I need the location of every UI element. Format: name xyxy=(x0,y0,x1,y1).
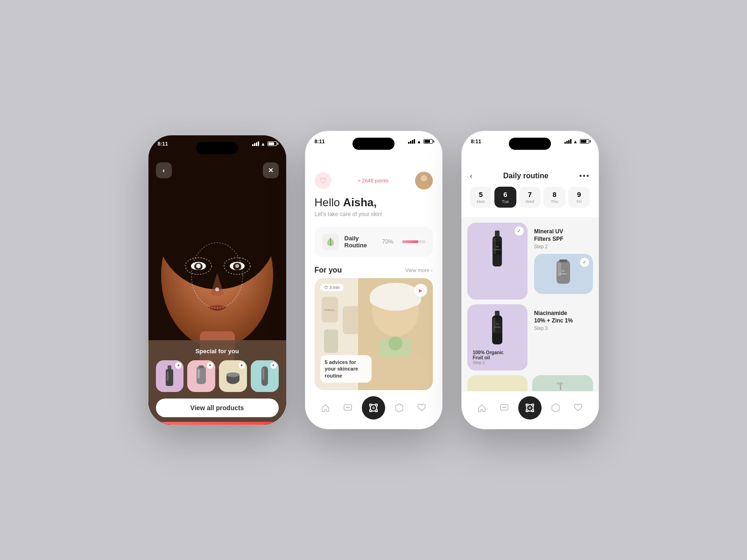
serum-bottle-icon xyxy=(161,364,178,388)
check-badge-1: ✓ xyxy=(514,226,524,236)
status-icons-left: ▲ xyxy=(252,141,277,147)
routine-icon-wrap xyxy=(322,233,339,250)
view-more-link[interactable]: View more › xyxy=(405,267,432,273)
more-options-button[interactable]: ••• xyxy=(579,172,590,180)
avatar[interactable] xyxy=(415,172,433,189)
points-badge: + 2648 points xyxy=(358,178,388,183)
nav-settings[interactable] xyxy=(391,399,408,416)
serum2-svg: The Ordinary xyxy=(486,310,509,347)
svg-rect-50 xyxy=(495,231,500,237)
bottom-nav-center xyxy=(305,391,442,429)
gradient-accent xyxy=(148,422,286,425)
bottle-icon xyxy=(256,364,273,388)
play-button[interactable]: ▶ xyxy=(414,284,427,297)
nav-camera-button[interactable] xyxy=(362,396,385,420)
right-nav-row: ‹ Daily routine ••• xyxy=(470,172,590,180)
left-controls: ‹ ✕ xyxy=(156,162,279,178)
right-nav-home[interactable] xyxy=(473,399,490,416)
phone-center: 8:11 ▲ ♡ + 2648 points xyxy=(305,131,443,429)
svg-point-78 xyxy=(505,407,507,408)
product-thumb-3[interactable]: + xyxy=(219,360,247,392)
nav-heart[interactable] xyxy=(413,399,430,416)
close-button[interactable]: ✕ xyxy=(263,162,279,178)
bottom-nav-right xyxy=(462,391,599,429)
products-scroll[interactable]: ✓ The Ordinary xyxy=(462,217,599,391)
logo-heart-icon: ♡ xyxy=(320,176,326,185)
special-products: + + + xyxy=(156,360,279,392)
nav-home[interactable] xyxy=(317,399,334,416)
svg-point-77 xyxy=(504,407,505,408)
battery-icon-right xyxy=(580,139,589,144)
svg-point-12 xyxy=(215,287,219,291)
svg-rect-21 xyxy=(199,365,204,368)
cal-day-thu[interactable]: 8 Thu xyxy=(543,187,565,208)
signal-bars-right xyxy=(564,139,571,144)
svg-text:Ordinary: Ordinary xyxy=(324,308,335,311)
product-name-niacinamide: Niacinamide10% + Zinc 1% xyxy=(534,310,593,324)
plus-badge-4[interactable]: + xyxy=(270,362,277,369)
logo-icon[interactable]: ♡ xyxy=(315,172,331,189)
chat-icon-right xyxy=(500,403,509,413)
svg-rect-66 xyxy=(493,317,495,332)
right-nav-camera-button[interactable] xyxy=(518,396,542,420)
svg-point-11 xyxy=(235,264,239,268)
wifi-icon-center: ▲ xyxy=(417,139,422,144)
hexagon-icon xyxy=(395,403,404,413)
right-nav-settings[interactable] xyxy=(547,399,564,416)
svg-point-42 xyxy=(388,336,402,350)
avatar-icon xyxy=(415,172,433,189)
product-card-pump[interactable] xyxy=(532,375,593,391)
svg-text:The: The xyxy=(496,323,500,325)
product-card-niacinamide[interactable]: ✓ The Ordinary xyxy=(534,254,593,294)
product-name-organic: 100% OrganicFruit oil xyxy=(473,350,522,360)
plus-badge-3[interactable]: + xyxy=(239,362,245,369)
cal-day-wed[interactable]: 7 Wed xyxy=(519,187,541,208)
day-num-7: 7 xyxy=(521,190,539,198)
product-step-mineral: Step 2 xyxy=(534,244,593,249)
greeting-text: Hello Aisha, xyxy=(315,196,433,209)
routine-percent: 70% xyxy=(382,238,393,245)
plus-badge-2[interactable]: + xyxy=(207,362,213,369)
check-badge-2: ✓ xyxy=(580,258,589,267)
svg-point-28 xyxy=(421,175,427,182)
product-thumb-4[interactable]: + xyxy=(251,360,279,392)
greeting-sub: Let's take care of your skin! xyxy=(315,211,433,217)
jar-icon xyxy=(225,364,241,388)
product-card-organic[interactable]: The Ordinary 100% OrganicFruit oil Step … xyxy=(467,304,528,371)
svg-rect-73 xyxy=(557,382,563,385)
product-card-mineral[interactable]: ✓ The Ordinary xyxy=(467,223,528,300)
jar-svg: Ordinary xyxy=(485,387,510,391)
back-button[interactable]: ‹ xyxy=(156,162,172,178)
nav-chat[interactable] xyxy=(339,399,356,416)
status-icons-center: ▲ xyxy=(408,139,433,144)
heart-icon xyxy=(417,403,426,413)
view-all-button[interactable]: View all products xyxy=(156,399,279,417)
cal-day-fri[interactable]: 9 Fri xyxy=(568,187,590,208)
product-card-jar[interactable]: Ordinary Acid Powder xyxy=(467,375,528,391)
product-thumb-2[interactable]: + xyxy=(187,360,215,392)
svg-point-76 xyxy=(502,407,504,408)
day-num-5: 5 xyxy=(472,190,490,198)
phone-left: 8:11 ▲ ‹ ✕ Special for you xyxy=(148,135,286,425)
product-thumb-1[interactable]: + xyxy=(156,360,184,392)
plus-badge-1[interactable]: + xyxy=(175,362,182,369)
svg-rect-39 xyxy=(370,292,421,306)
hexagon-icon-right xyxy=(551,403,560,413)
cal-day-tue[interactable]: 6 Tue xyxy=(494,187,516,208)
right-page-title: Daily routine xyxy=(503,172,549,180)
svg-text:The: The xyxy=(562,270,565,272)
wifi-icon-left: ▲ xyxy=(261,141,266,147)
day-name-fri: Fri xyxy=(570,199,588,204)
right-nav-heart[interactable] xyxy=(570,399,586,416)
right-nav-chat[interactable] xyxy=(496,399,513,416)
video-card[interactable]: Ordinary xyxy=(315,278,433,390)
svg-point-48 xyxy=(372,406,375,409)
back-arrow[interactable]: ‹ xyxy=(470,172,472,180)
video-caption: 5 advices for your skincare routine xyxy=(320,355,372,383)
signal-bars-center xyxy=(408,139,415,144)
video-time: 3 min xyxy=(330,285,340,290)
product-img-pump xyxy=(538,381,587,391)
routine-card[interactable]: Daily Routine 70% xyxy=(315,227,433,257)
svg-rect-26 xyxy=(262,368,264,380)
cal-day-mon[interactable]: 5 Mon xyxy=(470,187,492,208)
